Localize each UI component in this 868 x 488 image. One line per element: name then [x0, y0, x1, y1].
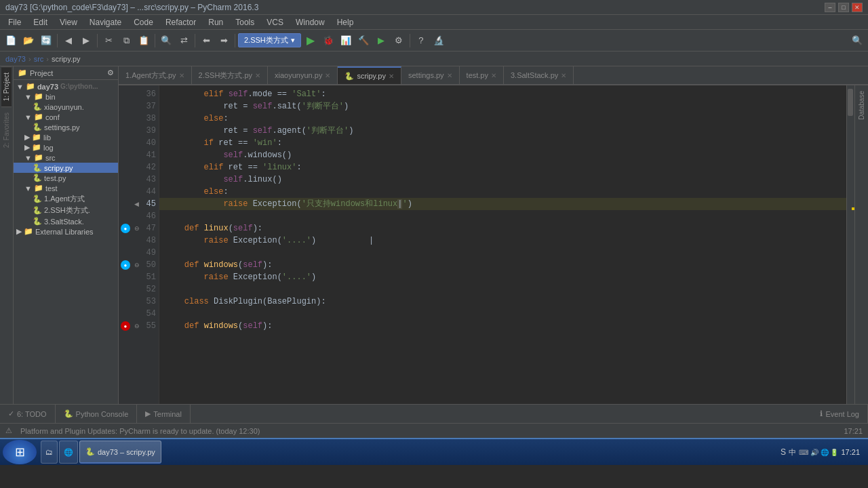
taskbar-pycharm[interactable]: 🐍 day73 – scripy.py: [79, 441, 161, 464]
vertical-scrollbar[interactable]: [846, 85, 854, 404]
bc-part1[interactable]: day73: [5, 55, 26, 63]
fold-52: [132, 283, 142, 296]
tab-settings[interactable]: settings.py ✕: [401, 66, 460, 84]
menu-file[interactable]: File: [3, 16, 26, 28]
tree-log-folder[interactable]: ▶ 📁 log: [14, 142, 118, 152]
search-everywhere-button[interactable]: 🔍: [849, 33, 865, 49]
tab-ssh[interactable]: 2.SSH类方式.py ✕: [192, 66, 268, 84]
tree-agent-file[interactable]: 🐍 1.Agent方式: [14, 193, 118, 205]
code-line-53: class DiskPlugin(BasePlugin):: [165, 296, 841, 308]
copy-button[interactable]: ⧉: [118, 33, 134, 49]
menu-refactor[interactable]: Refactor: [160, 16, 201, 28]
paste-button[interactable]: 📋: [136, 33, 152, 49]
ln-54: 54: [141, 308, 156, 320]
root-arrow: ▼: [16, 83, 24, 91]
favorites-tab[interactable]: 2: Favorites: [1, 106, 12, 153]
menu-vcs[interactable]: VCS: [261, 16, 289, 28]
python-console-tab[interactable]: 🐍 Python Console: [56, 405, 138, 423]
event-log-tab[interactable]: ℹ Event Log: [812, 405, 868, 423]
tab-settings-close[interactable]: ✕: [447, 72, 452, 79]
tab-ssh-label: 2.SSH类方式.py: [199, 70, 252, 81]
tree-conf-folder[interactable]: ▼ 📁 conf: [14, 112, 118, 122]
debug-button[interactable]: 🐞: [320, 33, 336, 49]
tree-root[interactable]: ▼ 📁 day73 G:\python...: [14, 81, 118, 92]
tab-scripy[interactable]: 🐍 scripy.py ✕: [338, 66, 401, 84]
menu-window[interactable]: Window: [290, 16, 330, 28]
open-button[interactable]: 📂: [20, 33, 37, 49]
database-tab[interactable]: Database: [856, 85, 867, 125]
coverage-button[interactable]: 📊: [338, 33, 354, 49]
scroll-track[interactable]: [848, 85, 853, 404]
test-folder-arrow: ▼: [24, 184, 32, 192]
code-line-55: def windows(self):: [165, 320, 841, 332]
run-button[interactable]: ▶: [302, 33, 319, 49]
menu-navigate[interactable]: Navigate: [84, 16, 127, 28]
code-line-48: raise Exception('....') |: [165, 235, 841, 247]
run-config-selector[interactable]: 2.SSH类方式 ▾: [238, 33, 301, 47]
tree-lib-folder[interactable]: ▶ 📁 lib: [14, 132, 118, 142]
start-button[interactable]: ⊞: [3, 440, 37, 464]
tab-saltstack[interactable]: 3.SaltStack.py ✕: [504, 66, 574, 84]
undo-button[interactable]: ◀: [60, 33, 77, 49]
inspect-button[interactable]: 🔬: [431, 33, 447, 49]
tree-bin-folder[interactable]: ▼ 📁 bin: [14, 92, 118, 102]
menu-edit[interactable]: Edit: [28, 16, 53, 28]
tree-salt-file[interactable]: 🐍 3.SaltStack.: [14, 216, 118, 226]
menu-help[interactable]: Help: [332, 16, 359, 28]
lg-40: [119, 137, 132, 149]
toolbar-sep-3: [155, 34, 155, 47]
fold-49: [132, 247, 142, 259]
tree-scripy-file[interactable]: 🐍 scripy.py: [14, 163, 118, 173]
menu-tools[interactable]: Tools: [230, 16, 260, 28]
back-button[interactable]: ⬅: [198, 33, 214, 49]
help-button[interactable]: ?: [413, 33, 429, 49]
sync-button[interactable]: 🔄: [38, 33, 54, 49]
code-line-44: else:: [165, 186, 841, 198]
tab-agent[interactable]: 1.Agent方式.py ✕: [119, 66, 192, 84]
minimize-button[interactable]: –: [825, 3, 835, 12]
sdk-button[interactable]: ⚙: [391, 33, 407, 49]
project-settings-icon[interactable]: ⚙: [107, 68, 114, 77]
tab-test[interactable]: test.py ✕: [460, 66, 504, 84]
tab-xiaoyunyun-close[interactable]: ✕: [325, 72, 330, 79]
search-button[interactable]: 🔍: [158, 33, 174, 49]
tree-ssh-file[interactable]: 🐍 2.SSH类方式.: [14, 205, 118, 216]
cut-button[interactable]: ✂: [100, 33, 117, 49]
build-button[interactable]: 🔨: [355, 33, 372, 49]
src-arrow: ▼: [24, 154, 32, 162]
taskbar-explorer[interactable]: 🗂: [41, 441, 58, 464]
todo-tab[interactable]: ✓ 6: TODO: [0, 405, 56, 423]
code-editor[interactable]: elif self.mode == 'Salt': ret = self.sal…: [159, 85, 846, 404]
replace-button[interactable]: ⇄: [176, 33, 192, 49]
tree-settings-file[interactable]: 🐍 settings.py: [14, 122, 118, 132]
terminal-button[interactable]: ▶: [373, 33, 389, 49]
tree-xiaoyunyun-file[interactable]: 🐍 xiaoyunyun.: [14, 102, 118, 112]
tree-external-libs[interactable]: ▶ 📁 External Libraries: [14, 226, 118, 237]
taskbar-ie[interactable]: 🌐: [59, 441, 78, 464]
project-tab[interactable]: 1: Project: [1, 66, 12, 106]
forward-button[interactable]: ➡: [216, 33, 232, 49]
tab-saltstack-close[interactable]: ✕: [561, 72, 566, 79]
terminal-tab[interactable]: ▶ Terminal: [137, 405, 191, 423]
tab-xiaoyunyun[interactable]: xiaoyunyun.py ✕: [268, 66, 338, 84]
maximize-button[interactable]: □: [838, 3, 849, 12]
tab-scripy-close[interactable]: ✕: [389, 73, 394, 80]
menu-view[interactable]: View: [54, 16, 83, 28]
menu-run[interactable]: Run: [203, 16, 229, 28]
code-line-39: ret = self.agent('判断平台'): [165, 125, 841, 137]
tree-test-folder[interactable]: ▼ 📁 test: [14, 183, 118, 193]
redo-button[interactable]: ▶: [78, 33, 94, 49]
tree-src-folder[interactable]: ▼ 📁 src: [14, 152, 118, 163]
explorer-icon: 🗂: [45, 448, 53, 456]
tab-test-close[interactable]: ✕: [491, 72, 496, 79]
scroll-thumb[interactable]: [848, 89, 853, 116]
bc-part2[interactable]: src: [34, 55, 44, 63]
new-file-button[interactable]: 📄: [3, 33, 19, 49]
start-icon: ⊞: [15, 445, 25, 460]
close-button[interactable]: ✕: [852, 3, 863, 12]
menu-code[interactable]: Code: [128, 16, 159, 28]
tab-agent-close[interactable]: ✕: [179, 72, 184, 79]
tree-test-file[interactable]: 🐍 test.py: [14, 173, 118, 183]
lg-49: [119, 247, 132, 259]
tab-ssh-close[interactable]: ✕: [255, 72, 260, 79]
